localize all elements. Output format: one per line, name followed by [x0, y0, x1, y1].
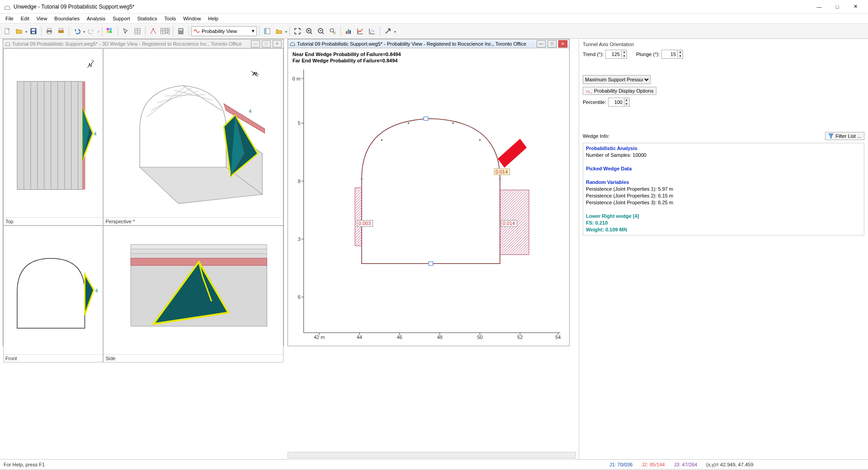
- svg-rect-89: [429, 262, 433, 265]
- minimize-button[interactable]: —: [810, 0, 828, 14]
- info-samples: Number of Samples: 10000: [586, 152, 861, 159]
- close-button[interactable]: ✕: [846, 0, 864, 14]
- fraction-button[interactable]: (233)(134): [160, 26, 170, 37]
- mdi-area: Tutorial 09 Probabilistic Support.weg5* …: [0, 39, 579, 459]
- view-front[interactable]: 4 Front: [3, 226, 103, 362]
- horizontal-scrollbar[interactable]: [288, 452, 576, 458]
- titlebar: Unwedge - Tutorial 09 Probabilistic Supp…: [0, 0, 868, 14]
- mdi-titlebar-3d[interactable]: Tutorial 09 Probabilistic Support.weg5* …: [3, 39, 283, 48]
- zoom-out-button[interactable]: [316, 26, 326, 37]
- svg-point-21: [330, 28, 334, 32]
- svg-rect-3: [32, 32, 35, 33]
- maximize-button[interactable]: □: [828, 0, 846, 14]
- down-icon[interactable]: ▾: [677, 54, 683, 58]
- print-preview-button[interactable]: [56, 26, 66, 37]
- svg-text:46: 46: [397, 334, 402, 340]
- menu-help[interactable]: Help: [204, 14, 222, 23]
- svg-rect-51: [131, 249, 267, 254]
- redo-dropdown-icon[interactable]: [98, 28, 99, 34]
- up-icon[interactable]: ▴: [677, 50, 683, 54]
- mdi-max-prob[interactable]: □: [547, 40, 557, 47]
- scatter-button[interactable]: [367, 26, 377, 37]
- redo-button[interactable]: [86, 26, 97, 37]
- up-icon[interactable]: ▴: [621, 50, 627, 54]
- percentile-spinner[interactable]: ▴▾: [608, 98, 630, 107]
- svg-point-94: [479, 139, 481, 141]
- panel-left-button[interactable]: [262, 26, 273, 37]
- menu-file[interactable]: File: [2, 14, 17, 23]
- arrow-dropdown-icon[interactable]: [394, 28, 396, 34]
- prob-display-options-label: Probability Display Options: [594, 88, 653, 94]
- probability-plot[interactable]: 42 m 44 46 48 50 52 54 0 m: [292, 64, 565, 343]
- panel-folder-button[interactable]: [274, 26, 284, 37]
- svg-point-92: [408, 122, 410, 124]
- view-perspective[interactable]: N: [103, 48, 283, 226]
- down-icon[interactable]: ▾: [624, 102, 629, 106]
- menu-statistics[interactable]: Statistics: [134, 14, 161, 23]
- mdi-close-3d[interactable]: ✕: [273, 40, 282, 47]
- menu-analysis[interactable]: Analysis: [83, 14, 109, 23]
- svg-text:52: 52: [517, 334, 523, 340]
- view-front-label: Front: [4, 354, 103, 362]
- svg-point-28: [373, 31, 374, 32]
- undo-button[interactable]: [71, 26, 82, 37]
- grid-button[interactable]: [104, 26, 115, 37]
- view-select-label: Probability View: [200, 28, 252, 34]
- pressure-select[interactable]: Maximum Support Pressure: [583, 75, 651, 84]
- panel-dropdown-icon[interactable]: [285, 28, 287, 34]
- line-chart-button[interactable]: [355, 26, 366, 37]
- mdi-max-3d[interactable]: □: [262, 40, 271, 47]
- arrow-button[interactable]: [382, 26, 393, 37]
- svg-rect-7: [58, 30, 64, 33]
- table-button[interactable]: [132, 26, 143, 37]
- menu-support[interactable]: Support: [109, 14, 134, 23]
- trend-input[interactable]: [606, 50, 621, 58]
- menu-view[interactable]: View: [33, 14, 51, 23]
- up-icon[interactable]: ▴: [624, 98, 629, 102]
- view-side[interactable]: Side: [103, 226, 283, 362]
- trend-spinner[interactable]: ▴▾: [605, 50, 627, 59]
- trend-label: Trend (°):: [583, 52, 604, 57]
- down-icon[interactable]: ▾: [621, 54, 627, 58]
- open-dropdown-icon[interactable]: [25, 28, 27, 34]
- angle-button[interactable]: [148, 26, 159, 37]
- orientation-title: Tunnel Axis Orientation: [583, 42, 864, 47]
- menubar: File Edit View Boundaries Analysis Suppo…: [0, 14, 868, 24]
- menu-boundaries[interactable]: Boundaries: [51, 14, 83, 23]
- filter-list-button[interactable]: Filter List ...: [825, 132, 864, 140]
- undo-dropdown-icon[interactable]: [83, 28, 85, 34]
- svg-rect-50: [131, 245, 267, 249]
- open-file-button[interactable]: [14, 26, 24, 37]
- percentile-input[interactable]: [609, 98, 624, 106]
- info-random-vars: Random Variables: [586, 179, 861, 186]
- mdi-min-3d[interactable]: —: [251, 40, 260, 47]
- svg-rect-18: [264, 28, 266, 34]
- mdi-min-prob[interactable]: —: [537, 40, 546, 47]
- svg-rect-16: [179, 29, 183, 30]
- menu-window[interactable]: Window: [179, 14, 204, 23]
- save-button[interactable]: [28, 26, 39, 37]
- menu-edit[interactable]: Edit: [17, 14, 33, 23]
- menu-tools[interactable]: Tools: [161, 14, 180, 23]
- zoom-extents-button[interactable]: [292, 26, 303, 37]
- app-icon: [4, 3, 11, 10]
- doc-icon: [290, 41, 295, 47]
- new-file-button[interactable]: [2, 26, 13, 37]
- info-wedge-weight: Weight: 0.109 MN: [586, 226, 861, 233]
- print-button[interactable]: [44, 26, 55, 37]
- cursor-button[interactable]: [120, 26, 131, 37]
- prob-display-options-button[interactable]: Probability Display Options: [583, 87, 656, 95]
- mdi-titlebar-prob[interactable]: Tutorial 09 Probabilistic Support.weg5* …: [288, 39, 569, 48]
- wave-icon: [193, 28, 200, 34]
- view-top[interactable]: N 4 Top: [3, 48, 103, 226]
- view-select[interactable]: Probability View ▾: [191, 26, 257, 36]
- zoom-in-button[interactable]: [304, 26, 315, 37]
- svg-text:0.014: 0.014: [495, 169, 508, 174]
- mdi-close-prob[interactable]: ✕: [558, 40, 567, 47]
- status-j3: J3: 47/264: [674, 462, 697, 467]
- calculator-button[interactable]: [175, 26, 186, 37]
- bar-chart-button[interactable]: [343, 26, 354, 37]
- zoom-window-button[interactable]: [327, 26, 338, 37]
- plunge-spinner[interactable]: ▴▾: [661, 50, 683, 59]
- plunge-input[interactable]: [662, 50, 677, 58]
